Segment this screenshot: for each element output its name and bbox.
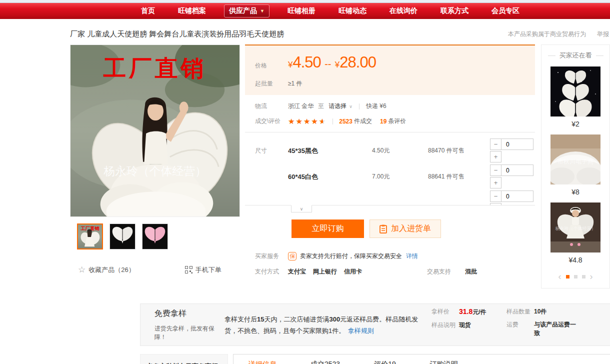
carousel-next-icon[interactable]: ›	[590, 272, 593, 281]
carousel-dot-2[interactable]	[574, 275, 578, 278]
product-title: 厂家 儿童成人天使翅膀 舞会舞台儿童表演装扮用品羽毛天使翅膀	[70, 30, 284, 39]
tab-deals[interactable]: 成交2523	[310, 360, 340, 364]
also-viewing-sidebar: 买家还在看	[541, 44, 610, 288]
thumbnail-2[interactable]	[110, 224, 136, 250]
qty-plus-button[interactable]: +	[490, 177, 502, 188]
related-product-2[interactable]: 市秋川电子商 ¥8	[542, 134, 610, 196]
guarantee-badge-icon: 保	[288, 252, 296, 260]
add-to-cart-button[interactable]: 加入进货单	[370, 220, 441, 238]
expand-sku-button[interactable]: ∨	[291, 205, 312, 212]
carousel-dot-1[interactable]	[566, 275, 570, 278]
qty-input[interactable]	[502, 138, 534, 150]
also-viewing-title: 买家还在看	[560, 51, 592, 60]
sku-name	[288, 190, 372, 205]
divider	[332, 118, 333, 124]
thumbnail-3[interactable]	[142, 224, 168, 250]
tab-order-notes[interactable]: 订购说明	[430, 360, 458, 364]
product-gallery: 工厂直销 杨永玲（个体经营） 工厂直销	[70, 44, 240, 288]
free-sample-subtitle: 进货先拿样，批发有保障！	[154, 324, 224, 342]
nav-item-archive[interactable]: 旺铺档案	[178, 6, 206, 16]
chevron-down-icon: ∨	[349, 104, 352, 109]
thumbnail-1[interactable]: 工厂直销	[77, 224, 103, 250]
svg-text:市秋川电子商: 市秋川电子商	[558, 158, 594, 165]
product-detail-panel: 价格 ¥4.50 -- ¥28.00 起批量 ≥1 件 物流 浙江 金华	[245, 44, 535, 288]
qty-input[interactable]	[502, 190, 534, 202]
sku-price: 7.00元	[372, 164, 428, 190]
sku-price: 4.50元	[372, 138, 428, 164]
nav-item-album[interactable]: 旺铺相册	[288, 6, 316, 16]
guarantee-text: 卖家支持先行赔付，保障买家交易安全	[300, 252, 402, 260]
quantity-stepper: − +	[490, 164, 535, 190]
nav-item-member[interactable]: 会员专区	[492, 6, 520, 16]
image-watermark: 杨永玲（个体经营）	[103, 164, 206, 178]
price-label: 价格	[255, 62, 288, 70]
rating-label: 成交\评价	[255, 117, 288, 126]
product-main-image[interactable]: 工厂直销 杨永玲（个体经营）	[70, 44, 240, 217]
divider	[596, 56, 604, 56]
destination-select[interactable]: 请选择 ∨	[328, 102, 352, 110]
pay-method-bank: 网上银行	[313, 268, 337, 276]
related-price: ¥8	[542, 188, 610, 196]
favorite-product-button[interactable]: 收藏产品（26）	[88, 266, 134, 274]
deals-count[interactable]: 2523	[339, 118, 352, 125]
sku-price	[372, 190, 428, 205]
buyer-service-label: 买家服务	[255, 252, 288, 260]
nav-item-inquiry[interactable]: 在线询价	[390, 6, 418, 16]
nav-item-home[interactable]: 首页	[141, 6, 155, 16]
sample-ship-label: 运费	[506, 320, 534, 338]
mobile-order-button[interactable]: 手机下单	[196, 266, 222, 274]
shop-nav-bar: 首页 旺铺档案 供应产品 ▼ 旺铺相册 旺铺动态 在线询价 联系方式 会员专区	[0, 3, 610, 19]
carousel-dot-3[interactable]	[582, 275, 586, 278]
divider: ∨	[245, 205, 535, 216]
logistics-origin: 浙江 金华	[288, 102, 314, 110]
review-suffix: 条评价	[388, 117, 406, 126]
svg-text:杨永玲（个体经营）: 杨永玲（个体经营）	[556, 226, 596, 231]
quantity-stepper: − +	[490, 190, 535, 205]
related-price: ¥4.8	[542, 256, 610, 264]
qty-minus-button[interactable]: −	[490, 190, 502, 202]
sku-name: 45*35黑色	[288, 138, 372, 164]
qty-plus-button[interactable]: +	[490, 151, 502, 162]
qty-minus-button[interactable]: −	[490, 138, 502, 150]
dropdown-caret-icon: ▼	[260, 8, 264, 14]
qty-input[interactable]	[502, 164, 534, 176]
related-product-1[interactable]: ¥2	[542, 66, 610, 128]
related-product-3[interactable]: 杨永玲（个体经营） ¥4.8	[542, 202, 610, 264]
pay-method-alipay: 支付宝	[288, 268, 306, 276]
tab-reviews[interactable]: 评价19	[374, 360, 396, 364]
moq-value: ≥1 件	[288, 80, 302, 88]
service-detail-link[interactable]: 详情	[406, 252, 418, 260]
payment-label: 支付方式	[255, 268, 288, 276]
trade-support-value: 混批	[465, 268, 477, 276]
size-label: 尺寸	[255, 138, 288, 205]
sample-note-label: 样品说明	[432, 321, 459, 330]
carousel-prev-icon[interactable]: ‹	[558, 272, 562, 281]
thumbnail-strip: 工厂直销	[70, 224, 240, 250]
nav-item-updates[interactable]: 旺铺动态	[338, 6, 366, 16]
deals-suffix: 件成交	[354, 117, 372, 126]
price-box: 价格 ¥4.50 -- ¥28.00 起批量 ≥1 件	[245, 44, 535, 95]
order-now-button[interactable]: 立即订购	[292, 220, 364, 238]
review-count[interactable]: 19	[380, 118, 386, 125]
favorite-star-icon: ☆	[78, 264, 86, 275]
logistics-label: 物流	[255, 102, 288, 110]
nav-item-contact[interactable]: 联系方式	[440, 6, 468, 16]
figure-dress	[144, 131, 168, 164]
qty-minus-button[interactable]: −	[490, 164, 502, 176]
sku-stock: 88470 件可售	[428, 138, 490, 164]
tab-detail-info[interactable]: 详细信息	[248, 360, 276, 364]
sample-rule-link[interactable]: 拿样规则	[348, 327, 374, 334]
sample-qty-label: 样品数量	[506, 308, 534, 316]
trade-support-label: 交易支持	[427, 268, 451, 276]
free-sample-title: 免费拿样	[154, 308, 224, 319]
seller-name[interactable]: 义乌市秋川电子商务商行	[146, 362, 222, 364]
report-link[interactable]: 举报	[597, 30, 609, 38]
sku-list[interactable]: 45*35黑色 4.50元 88470 件可售 − + 60*45白色	[288, 138, 535, 205]
sku-row: 60*45白色 7.00元 88641 件可售 − +	[288, 164, 535, 190]
divider	[359, 104, 360, 110]
divider	[548, 56, 556, 56]
sku-stock: 88641 件可售	[428, 164, 490, 190]
express-fee: 快递 ¥6	[366, 102, 386, 110]
star-rating: ★★★★★ ★★★★★	[288, 118, 326, 125]
nav-item-products[interactable]: 供应产品 ▼	[224, 4, 270, 18]
